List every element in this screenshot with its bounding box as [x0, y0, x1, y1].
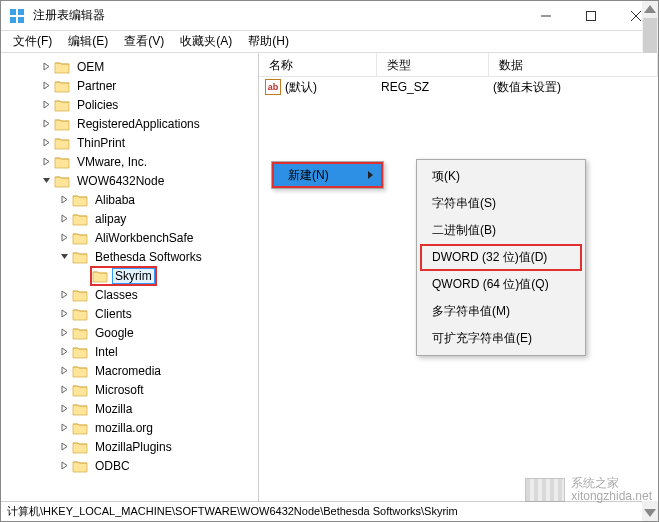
chevron-down-icon[interactable]: [57, 250, 71, 264]
submenu-item[interactable]: DWORD (32 位)值(D): [420, 244, 582, 271]
svg-marker-13: [44, 158, 49, 165]
tree-item[interactable]: RegisteredApplications: [3, 114, 258, 133]
chevron-right-icon[interactable]: [39, 79, 53, 93]
tree-item-label[interactable]: OEM: [74, 59, 107, 75]
chevron-right-icon[interactable]: [57, 421, 71, 435]
tree-item-label[interactable]: Clients: [92, 306, 135, 322]
menu-edit[interactable]: 编辑(E): [60, 31, 116, 52]
tree-item[interactable]: Mozilla: [3, 399, 258, 418]
tree-item-label[interactable]: WOW6432Node: [74, 173, 167, 189]
context-item-new[interactable]: 新建(N): [274, 167, 359, 184]
submenu-item[interactable]: 二进制值(B): [420, 217, 582, 244]
svg-marker-31: [368, 171, 373, 179]
string-value-icon: ab: [265, 79, 281, 95]
tree-item[interactable]: Intel: [3, 342, 258, 361]
tree-item-label[interactable]: Policies: [74, 97, 121, 113]
tree-item[interactable]: Clients: [3, 304, 258, 323]
svg-marker-21: [62, 329, 67, 336]
tree-item[interactable]: AliWorkbenchSafe: [3, 228, 258, 247]
submenu-item[interactable]: QWORD (64 位)值(Q): [420, 271, 582, 298]
tree-item[interactable]: mozilla.org: [3, 418, 258, 437]
folder-icon: [72, 326, 88, 340]
chevron-right-icon[interactable]: [57, 440, 71, 454]
tree-item-label[interactable]: Alibaba: [92, 192, 138, 208]
menu-file[interactable]: 文件(F): [5, 31, 60, 52]
tree-item[interactable]: WOW6432Node: [3, 171, 258, 190]
chevron-right-icon[interactable]: [57, 345, 71, 359]
tree-item-label[interactable]: ODBC: [92, 458, 133, 474]
chevron-right-icon[interactable]: [57, 402, 71, 416]
chevron-right-icon[interactable]: [57, 326, 71, 340]
tree-item-label[interactable]: mozilla.org: [92, 420, 156, 436]
chevron-right-icon[interactable]: [57, 307, 71, 321]
svg-marker-12: [44, 139, 49, 146]
tree-item-label[interactable]: RegisteredApplications: [74, 116, 203, 132]
submenu-item[interactable]: 字符串值(S): [420, 190, 582, 217]
tree-item-label[interactable]: VMware, Inc.: [74, 154, 150, 170]
tree-item-label[interactable]: ThinPrint: [74, 135, 128, 151]
tree-item[interactable]: Alibaba: [3, 190, 258, 209]
folder-icon: [72, 421, 88, 435]
context-menu-new[interactable]: 新建(N): [271, 161, 384, 189]
chevron-right-icon[interactable]: [39, 155, 53, 169]
svg-marker-11: [44, 120, 49, 127]
chevron-right-icon[interactable]: [57, 231, 71, 245]
tree-item-label[interactable]: Microsoft: [92, 382, 147, 398]
chevron-right-icon[interactable]: [39, 117, 53, 131]
chevron-right-icon[interactable]: [39, 136, 53, 150]
tree-item-label[interactable]: Bethesda Softworks: [92, 249, 205, 265]
tree-item[interactable]: Classes: [3, 285, 258, 304]
tree-item-label[interactable]: MozillaPlugins: [92, 439, 175, 455]
svg-marker-28: [62, 462, 67, 469]
folder-icon: [72, 231, 88, 245]
tree-item[interactable]: ODBC: [3, 456, 258, 475]
col-header-data[interactable]: 数据: [489, 53, 658, 76]
chevron-right-icon[interactable]: [57, 364, 71, 378]
tree-item[interactable]: Google: [3, 323, 258, 342]
chevron-right-icon[interactable]: [57, 212, 71, 226]
expander-none: [75, 269, 89, 283]
list-row[interactable]: ab(默认)REG_SZ(数值未设置): [259, 77, 658, 97]
chevron-right-icon[interactable]: [57, 459, 71, 473]
menu-favorites[interactable]: 收藏夹(A): [172, 31, 240, 52]
tree-item-label[interactable]: Skyrim: [112, 268, 155, 284]
maximize-button[interactable]: [568, 1, 613, 30]
submenu-item[interactable]: 项(K): [420, 163, 582, 190]
minimize-button[interactable]: [523, 1, 568, 30]
tree-item[interactable]: ThinPrint: [3, 133, 258, 152]
tree-item[interactable]: Bethesda Softworks: [3, 247, 258, 266]
menu-view[interactable]: 查看(V): [116, 31, 172, 52]
tree-item-label[interactable]: Classes: [92, 287, 141, 303]
folder-icon: [54, 136, 70, 150]
submenu-item[interactable]: 多字符串值(M): [420, 298, 582, 325]
chevron-right-icon[interactable]: [57, 193, 71, 207]
tree-item[interactable]: MozillaPlugins: [3, 437, 258, 456]
tree-pane[interactable]: OEMPartnerPoliciesRegisteredApplications…: [1, 53, 259, 501]
tree-item-label[interactable]: Mozilla: [92, 401, 135, 417]
tree-item-label[interactable]: AliWorkbenchSafe: [92, 230, 197, 246]
svg-marker-18: [61, 254, 68, 259]
submenu-item[interactable]: 可扩充字符串值(E): [420, 325, 582, 352]
tree-item[interactable]: alipay: [3, 209, 258, 228]
tree-item[interactable]: Skyrim: [3, 266, 258, 285]
tree-item-label[interactable]: Macromedia: [92, 363, 164, 379]
tree-item-label[interactable]: Intel: [92, 344, 121, 360]
menu-help[interactable]: 帮助(H): [240, 31, 297, 52]
chevron-right-icon[interactable]: [57, 288, 71, 302]
svg-rect-3: [18, 17, 24, 23]
tree-item-label[interactable]: alipay: [92, 211, 129, 227]
tree-item[interactable]: Macromedia: [3, 361, 258, 380]
tree-item[interactable]: Partner: [3, 76, 258, 95]
tree-item-label[interactable]: Partner: [74, 78, 119, 94]
col-header-name[interactable]: 名称: [259, 53, 377, 76]
tree-item[interactable]: OEM: [3, 57, 258, 76]
col-header-type[interactable]: 类型: [377, 53, 489, 76]
chevron-right-icon[interactable]: [39, 98, 53, 112]
tree-item-label[interactable]: Google: [92, 325, 137, 341]
chevron-right-icon[interactable]: [39, 60, 53, 74]
tree-item[interactable]: Microsoft: [3, 380, 258, 399]
chevron-right-icon[interactable]: [57, 383, 71, 397]
tree-item[interactable]: Policies: [3, 95, 258, 114]
tree-item[interactable]: VMware, Inc.: [3, 152, 258, 171]
chevron-down-icon[interactable]: [39, 174, 53, 188]
